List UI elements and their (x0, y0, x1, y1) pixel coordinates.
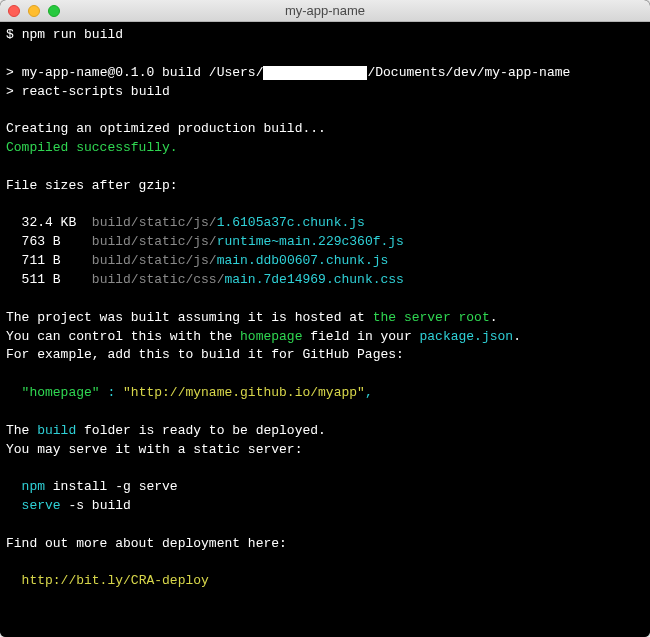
file-name: main.7de14969.chunk.css (224, 272, 403, 287)
run-prefix: > (6, 65, 14, 80)
find-out-text: Find out more about deployment here: (6, 536, 287, 551)
homepage-colon: : (100, 385, 123, 400)
terminal-window: my-app-name $ npm run build > my-app-nam… (0, 0, 650, 637)
homepage-val: "http://myname.github.io/myapp" (123, 385, 365, 400)
file-name: main.ddb00607.chunk.js (217, 253, 389, 268)
compiled-success-text: Compiled successfully. (6, 140, 178, 155)
file-dir: build/static/js/ (92, 253, 217, 268)
file-size: 511 B (22, 272, 61, 287)
server-root-text: the server root (373, 310, 490, 325)
command-text: npm run build (22, 27, 123, 42)
file-size: 711 B (22, 253, 61, 268)
file-size: 32.4 KB (22, 215, 77, 230)
file-dir: build/static/css/ (92, 272, 225, 287)
serve-hint-text: You may serve it with a static server: (6, 442, 302, 457)
file-name: 1.6105a37c.chunk.js (217, 215, 365, 230)
run-prefix: > (6, 84, 14, 99)
control-text: field in your (302, 329, 419, 344)
homepage-comma: , (365, 385, 373, 400)
deploy-text: The (6, 423, 37, 438)
homepage-field-text: homepage (240, 329, 302, 344)
build-path-after: /Documents/dev/my-app-name (367, 65, 570, 80)
build-folder-text: build (37, 423, 76, 438)
build-path-before: my-app-name@0.1.0 build /Users/ (22, 65, 264, 80)
close-icon[interactable] (8, 5, 20, 17)
hosted-text: The project was built assuming it is hos… (6, 310, 373, 325)
npm-cmd: npm (22, 479, 45, 494)
minimize-icon[interactable] (28, 5, 40, 17)
control-text: . (513, 329, 521, 344)
creating-build-text: Creating an optimized production build..… (6, 121, 326, 136)
serve-cmd-args: -s build (61, 498, 131, 513)
deploy-link: http://bit.ly/CRA-deploy (22, 573, 209, 588)
file-dir: build/static/js/ (92, 215, 217, 230)
example-text: For example, add this to build it for Gi… (6, 347, 404, 362)
file-size: 763 B (22, 234, 61, 249)
file-name: runtime~main.229c360f.js (217, 234, 404, 249)
prompt-symbol: $ (6, 27, 14, 42)
window-title: my-app-name (0, 3, 650, 18)
hosted-text: . (490, 310, 498, 325)
file-sizes-header: File sizes after gzip: (6, 178, 178, 193)
npm-cmd-args: install -g serve (45, 479, 178, 494)
homepage-key: "homepage" (22, 385, 100, 400)
react-scripts-line: react-scripts build (22, 84, 170, 99)
terminal-body[interactable]: $ npm run build > my-app-name@0.1.0 buil… (0, 22, 650, 637)
redacted-username (263, 66, 367, 80)
deploy-text: folder is ready to be deployed. (76, 423, 326, 438)
titlebar: my-app-name (0, 0, 650, 22)
file-dir: build/static/js/ (92, 234, 217, 249)
maximize-icon[interactable] (48, 5, 60, 17)
serve-cmd: serve (22, 498, 61, 513)
window-controls (8, 5, 60, 17)
package-json-text: package.json (420, 329, 514, 344)
control-text: You can control this with the (6, 329, 240, 344)
